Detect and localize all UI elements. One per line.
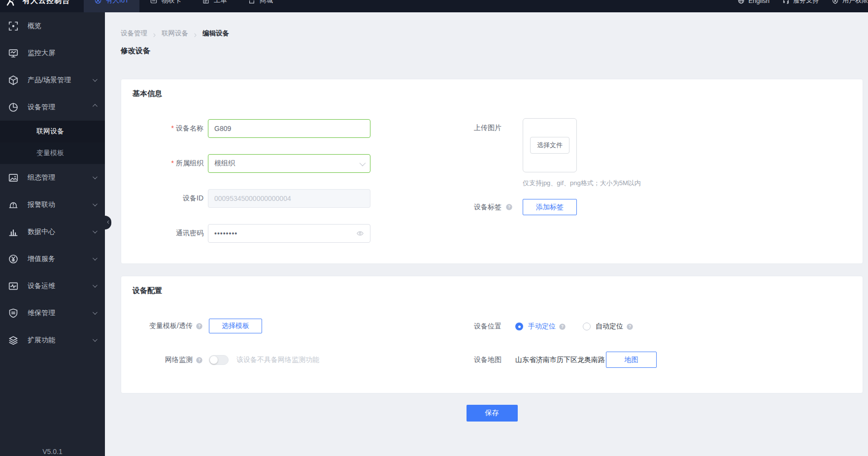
question-circle-icon[interactable]: ? — [196, 357, 203, 364]
language-label: English — [748, 0, 769, 4]
sidebar-item-device-management[interactable]: 设备管理 — [0, 94, 105, 121]
map-button[interactable]: 地图 — [606, 352, 657, 368]
svg-text:?: ? — [561, 324, 564, 329]
sidebar-item-label: 报警联动 — [28, 200, 93, 209]
sidebar-item-device-ops[interactable]: 设备运维 — [0, 272, 105, 299]
device-config-card: 设备配置 变量模板/透传 ? 选择模板 网络监测 ? 该设备不具备网络监测功能 — [121, 276, 863, 393]
eye-icon[interactable] — [356, 229, 364, 237]
bar-chart-icon — [8, 227, 19, 237]
user-permission-label: 用户权限 — [842, 0, 868, 5]
sidebar-item-label: 产品/场景管理 — [28, 76, 93, 85]
choose-template-button[interactable]: 选择模板 — [209, 319, 262, 333]
save-button[interactable]: 保存 — [467, 405, 518, 422]
tab-label: 物联卡 — [162, 0, 182, 5]
chevron-down-icon — [93, 283, 98, 288]
password-value: •••••••• — [214, 229, 237, 237]
choose-file-button[interactable]: 选择文件 — [530, 137, 569, 154]
breadcrumb-edit-device: 编辑设备 — [202, 29, 229, 38]
sidebar-item-value-added-services[interactable]: 增值服务 — [0, 245, 105, 272]
sidebar-subitem-label: 联网设备 — [36, 127, 64, 136]
variable-template-label: 变量模板/透传 — [133, 322, 193, 330]
device-tags-row: 设备标签 ? 添加标签 — [421, 199, 641, 215]
network-monitor-label: 网络监测 — [133, 356, 193, 364]
sidebar-subitem-label: 变量模板 — [36, 149, 64, 158]
sidebar-item-extensions[interactable]: 扩展功能 — [0, 326, 105, 354]
device-location-row: 设备位置 手动定位 ? 自动定位 ? — [421, 322, 657, 331]
sidebar-item-label: 扩展功能 — [28, 336, 93, 345]
language-switch[interactable]: English — [737, 0, 769, 4]
alarm-icon — [8, 199, 19, 210]
password-input[interactable]: •••••••• — [208, 224, 370, 243]
question-circle-icon[interactable]: ? — [196, 323, 203, 330]
sidebar-item-product-scene[interactable]: 产品/场景管理 — [0, 66, 105, 94]
auto-location-radio[interactable]: 自动定位 ? — [583, 322, 634, 331]
organization-select[interactable]: 根组织 — [208, 154, 370, 173]
tab-label: 有人IoT — [106, 0, 129, 5]
sidebar-item-networked-devices[interactable]: 联网设备 — [0, 121, 105, 142]
manual-location-radio[interactable]: 手动定位 ? — [515, 322, 566, 331]
question-circle-icon[interactable]: ? — [505, 203, 513, 211]
svg-text:?: ? — [508, 204, 510, 209]
service-support[interactable]: 服务支持 — [782, 0, 819, 5]
svg-text:?: ? — [198, 324, 200, 328]
user-permission[interactable]: 用户权限 — [832, 0, 868, 5]
device-name-label: 设备名称 — [133, 124, 208, 133]
pie-chart-icon — [8, 102, 19, 113]
question-circle-icon[interactable]: ? — [559, 323, 566, 330]
device-id-row: 设备ID 00095345000000000004 — [133, 189, 370, 208]
chevron-down-icon — [93, 174, 98, 179]
device-config-title: 设备配置 — [133, 286, 162, 295]
breadcrumb: 设备管理 联网设备 编辑设备 — [121, 29, 863, 38]
device-name-input[interactable]: G809 — [208, 119, 370, 138]
chevron-down-icon — [360, 160, 366, 166]
tab-iot[interactable]: 有人IoT — [84, 0, 139, 12]
topbar-right: English 服务支持 用户权限 — [737, 0, 868, 5]
organization-row: 所属组织 根组织 — [133, 154, 370, 173]
tab-mall[interactable]: 商城 — [237, 0, 283, 12]
sidebar-item-label: 监控大屏 — [28, 49, 96, 58]
sidebar-item-label: 数据中心 — [28, 228, 93, 236]
tab-sim-card[interactable]: 物联卡 — [139, 0, 192, 12]
basic-info-card: 基本信息 设备名称 G809 所属组织 根组织 设备ID 00095345000… — [121, 79, 863, 264]
tab-work-order[interactable]: 工单 — [192, 0, 237, 12]
network-monitor-note: 该设备不具备网络监测功能 — [236, 356, 319, 364]
sidebar-item-maintenance[interactable]: 维保管理 — [0, 299, 105, 326]
chevron-down-icon — [93, 337, 98, 342]
collapse-left-icon — [106, 218, 110, 227]
iot-icon — [94, 0, 102, 4]
top-tabs: 有人IoT 物联卡 工单 商城 — [84, 0, 283, 12]
basic-info-title: 基本信息 — [133, 89, 162, 98]
device-config-right-column: 设备位置 手动定位 ? 自动定位 ? 设备地图 — [421, 322, 657, 368]
chevron-right-icon — [152, 32, 157, 36]
sidebar-item-data-center[interactable]: 数据中心 — [0, 218, 105, 245]
breadcrumb-device-management[interactable]: 设备管理 — [121, 29, 147, 38]
auto-location-text: 自动定位 — [596, 322, 623, 331]
yen-circle-icon — [8, 254, 19, 264]
organization-label: 所属组织 — [133, 159, 208, 168]
pulse-icon — [8, 281, 19, 292]
upload-dropzone[interactable]: 选择文件 — [523, 118, 577, 172]
sidebar-item-overview[interactable]: 概览 — [0, 12, 105, 39]
breadcrumb-networked-devices[interactable]: 联网设备 — [162, 29, 188, 38]
add-tag-button[interactable]: 添加标签 — [523, 199, 577, 215]
sim-card-icon — [150, 0, 158, 4]
sidebar-item-scada[interactable]: 组态管理 — [0, 164, 105, 191]
chevron-down-icon — [93, 310, 98, 315]
help-spacer — [505, 118, 513, 188]
mall-icon — [248, 0, 256, 4]
work-order-icon — [202, 0, 210, 4]
service-support-label: 服务支持 — [793, 0, 819, 5]
sidebar-item-alarm-linkage[interactable]: 报警联动 — [0, 191, 105, 218]
basic-info-right-column: 上传图片 选择文件 仅支持jpg、gif、png格式；大小为5M以内 设备标签 … — [421, 118, 641, 215]
network-monitor-toggle[interactable] — [209, 355, 229, 365]
shield-icon — [8, 308, 19, 319]
device-address: 山东省济南市历下区龙奥南路 — [515, 356, 605, 364]
svg-text:?: ? — [198, 358, 200, 362]
sidebar-item-variable-template[interactable]: 变量模板 — [0, 142, 105, 164]
sidebar-nav: 概览 监控大屏 产品/场景管理 设备管理 联网设备 变量模板 组态管理 报警联动… — [0, 12, 105, 456]
sidebar-item-monitor-screen[interactable]: 监控大屏 — [0, 39, 105, 66]
question-circle-icon[interactable]: ? — [626, 323, 634, 330]
device-id-input: 00095345000000000004 — [208, 189, 370, 208]
device-map-row: 设备地图 山东省济南市历下区龙奥南路 地图 — [421, 352, 657, 368]
radio-selected-icon — [515, 323, 523, 330]
